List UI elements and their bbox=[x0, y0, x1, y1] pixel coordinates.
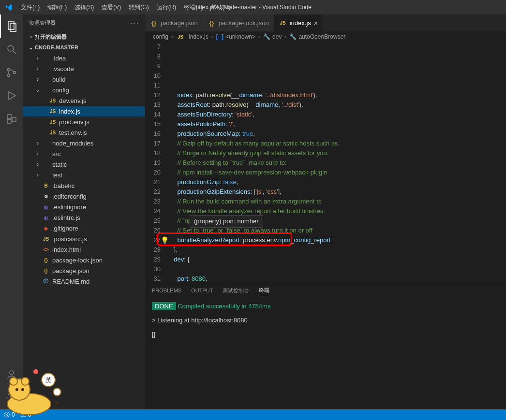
tree-item-label: README.md bbox=[52, 278, 89, 285]
warning-icon: ⚠ bbox=[21, 411, 26, 418]
menu-item[interactable]: 选择(S) bbox=[71, 0, 98, 14]
tab-label: package.json bbox=[161, 19, 198, 27]
tree-item[interactable]: ◐.eslintignore bbox=[23, 202, 145, 212]
code-line[interactable]: productionGzip: false, bbox=[170, 177, 506, 187]
svg-rect-8 bbox=[7, 115, 11, 118]
tree-item[interactable]: B.babelrc bbox=[23, 180, 145, 191]
tree-item[interactable]: {}package-lock.json bbox=[23, 255, 145, 265]
panel-tab[interactable]: 调试控制台 bbox=[223, 287, 249, 296]
done-badge: DONE bbox=[152, 302, 176, 310]
tree-item-label: node_modules bbox=[52, 140, 93, 147]
panel-tab[interactable]: 终端 bbox=[259, 287, 269, 296]
editor-tab[interactable]: {}package.json bbox=[145, 14, 203, 31]
svg-point-11 bbox=[10, 371, 14, 375]
code-line[interactable]: dev: { bbox=[170, 255, 506, 264]
tree-item[interactable]: ◆.gitignore bbox=[23, 223, 145, 233]
file-type-icon: JS bbox=[279, 20, 287, 26]
source-control-icon[interactable] bbox=[0, 61, 23, 84]
tree-item-label: index.js bbox=[59, 108, 80, 115]
tree-item[interactable]: {}package.json bbox=[23, 265, 145, 276]
crumb-symbol-unknown[interactable]: [○]<unknown> bbox=[216, 33, 255, 40]
code-line[interactable]: port: 8080, bbox=[170, 274, 506, 284]
chevron-icon: ⌄ bbox=[34, 87, 42, 93]
editor-tab[interactable]: {}package-lock.json bbox=[203, 14, 274, 31]
svg-marker-7 bbox=[9, 92, 15, 100]
file-type-icon: {} bbox=[42, 268, 50, 274]
accounts-icon[interactable] bbox=[0, 363, 23, 386]
tree-item[interactable]: ⌄config bbox=[23, 85, 145, 95]
sidebar-header: 资源管理器 ··· bbox=[23, 14, 145, 31]
menu-item[interactable]: 文件(F) bbox=[17, 0, 44, 14]
file-type-icon: B bbox=[42, 183, 50, 188]
menu-item[interactable]: 编辑(E) bbox=[44, 0, 71, 14]
file-type-icon: {} bbox=[42, 258, 50, 263]
breadcrumbs[interactable]: config› JSindex.js› [○]<unknown>› 🔧dev› … bbox=[145, 31, 506, 42]
tree-item[interactable]: JSdev.env.js bbox=[23, 95, 145, 106]
title-bar: 文件(F)编辑(E)选择(S)查看(V)转到(G)运行(R)终端(T)帮助(H)… bbox=[0, 0, 506, 14]
tree-item[interactable]: JSindex.js bbox=[23, 106, 145, 116]
close-icon[interactable]: × bbox=[314, 19, 318, 27]
tree-item[interactable]: <>index.html bbox=[23, 244, 145, 255]
code-line[interactable]: productionGzipExtensions: ['js', 'css'], bbox=[170, 187, 506, 197]
run-debug-icon[interactable] bbox=[0, 84, 23, 107]
code-line[interactable]: // Gzip off by default as many popular s… bbox=[170, 139, 506, 148]
tree-item-label: test bbox=[52, 172, 62, 179]
crumb-folder[interactable]: config bbox=[153, 33, 168, 40]
tree-item[interactable]: ›test bbox=[23, 170, 145, 180]
tree-item[interactable]: ›node_modules bbox=[23, 138, 145, 148]
svg-point-12 bbox=[10, 396, 13, 399]
activity-bar bbox=[0, 14, 23, 409]
menu-item[interactable]: 运行(R) bbox=[153, 0, 180, 14]
menu-item[interactable]: 转到(G) bbox=[125, 0, 152, 14]
status-errors[interactable]: ⓧ0 bbox=[4, 411, 15, 419]
code-editor[interactable]: 7891011121314151617181920212223242526272… bbox=[145, 42, 506, 284]
code-line[interactable]: // Run the build command with an extra a… bbox=[170, 197, 506, 206]
tree-item[interactable]: ⓘREADME.md bbox=[23, 276, 145, 287]
error-icon: ⓧ bbox=[4, 411, 10, 419]
crumb-symbol-autoopen[interactable]: 🔧autoOpenBrowser bbox=[289, 33, 345, 40]
terminal-output[interactable]: DONE Compiled successfully in 4754ms > L… bbox=[145, 299, 506, 409]
svg-rect-10 bbox=[12, 117, 16, 121]
code-content[interactable]: (property) port: number 💡 index: path.re… bbox=[170, 42, 506, 284]
code-line[interactable] bbox=[170, 264, 506, 274]
code-line[interactable]: productionSourceMap: true, bbox=[170, 129, 506, 139]
lightbulb-icon[interactable]: 💡 bbox=[161, 235, 169, 245]
open-editors-section[interactable]: ›打开的编辑器 bbox=[23, 31, 145, 42]
tree-item[interactable]: ›.idea bbox=[23, 53, 145, 63]
menu-item[interactable]: 查看(V) bbox=[98, 0, 125, 14]
explorer-icon[interactable] bbox=[0, 14, 23, 38]
code-line[interactable]: assetsRoot: path.resolve(__dirname, '../… bbox=[170, 100, 506, 110]
tree-item[interactable]: JStest.env.js bbox=[23, 127, 145, 138]
tree-item[interactable]: JS.postcssrc.js bbox=[23, 233, 145, 244]
editor-tab[interactable]: JSindex.js× bbox=[274, 14, 323, 31]
code-line[interactable]: // npm install --save-dev compression-we… bbox=[170, 168, 506, 177]
settings-gear-icon[interactable] bbox=[0, 386, 23, 409]
code-line[interactable]: // Before setting to `true`, make sure t… bbox=[170, 158, 506, 168]
code-line[interactable]: // Surge or Netlify already gzip all sta… bbox=[170, 148, 506, 158]
search-icon[interactable] bbox=[0, 38, 23, 61]
listening-message: > Listening at http://localhost:8080 bbox=[152, 317, 499, 324]
panel-tab[interactable]: PROBLEMS bbox=[152, 288, 181, 295]
line-number-gutter: 7891011121314151617181920212223242526272… bbox=[145, 42, 170, 284]
panel-tab[interactable]: OUTPUT bbox=[191, 288, 213, 295]
tree-item[interactable]: ◐.eslintrc.js bbox=[23, 212, 145, 223]
tree-item[interactable]: ⚙.editorconfig bbox=[23, 191, 145, 202]
file-type-icon: JS bbox=[42, 236, 50, 242]
tree-item[interactable]: ›static bbox=[23, 159, 145, 170]
code-line[interactable]: index: path.resolve(__dirname, '../dist/… bbox=[170, 90, 506, 100]
tree-item[interactable]: ›build bbox=[23, 74, 145, 85]
code-line[interactable]: }, bbox=[170, 245, 506, 255]
crumb-symbol-dev[interactable]: 🔧dev bbox=[263, 33, 282, 40]
tree-item[interactable]: ›.vscode bbox=[23, 63, 145, 74]
tree-item[interactable]: JSprod.env.js bbox=[23, 116, 145, 127]
code-line[interactable]: // View the bundle analyzer report after… bbox=[170, 206, 506, 216]
extensions-icon[interactable] bbox=[0, 107, 23, 130]
tree-item[interactable]: ›src bbox=[23, 148, 145, 159]
project-section[interactable]: ⌄CNODE-MASTER bbox=[23, 42, 145, 53]
more-actions-icon[interactable]: ··· bbox=[130, 19, 139, 28]
tree-item-label: .gitignore bbox=[52, 225, 78, 232]
status-warnings[interactable]: ⚠0 bbox=[21, 411, 31, 418]
crumb-file[interactable]: JSindex.js bbox=[176, 33, 208, 40]
code-line[interactable]: assetsPublicPath: '/', bbox=[170, 119, 506, 129]
code-line[interactable]: assetsSubDirectory: 'static', bbox=[170, 110, 506, 119]
